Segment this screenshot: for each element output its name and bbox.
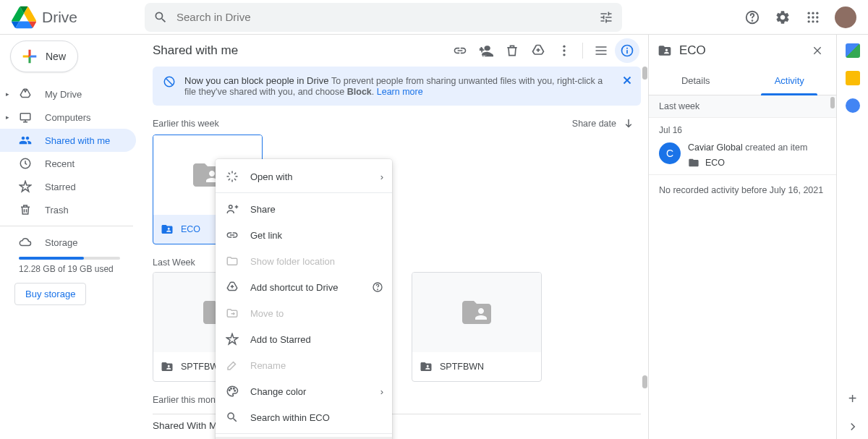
menu-get-link[interactable]: Get link bbox=[216, 222, 392, 248]
menu-add-shortcut[interactable]: Add shortcut to Drive bbox=[216, 274, 392, 300]
add-app-icon[interactable]: + bbox=[848, 391, 857, 407]
svg-point-13 bbox=[563, 46, 565, 48]
more-icon[interactable] bbox=[552, 38, 576, 63]
shared-icon bbox=[19, 134, 33, 147]
new-button[interactable]: New bbox=[10, 41, 78, 72]
search-bar[interactable] bbox=[145, 3, 622, 32]
folder-shared-glyph bbox=[454, 295, 499, 330]
expand-icon[interactable]: ▸ bbox=[6, 114, 9, 121]
drive-logo[interactable]: Drive bbox=[12, 5, 145, 30]
my-drive-icon bbox=[19, 88, 33, 101]
tune-icon[interactable] bbox=[599, 10, 613, 25]
learn-more-link[interactable]: Learn more bbox=[377, 87, 423, 97]
chevron-right-icon: › bbox=[380, 386, 383, 397]
folder-icon bbox=[688, 157, 699, 169]
svg-point-7 bbox=[816, 16, 818, 18]
settings-icon[interactable] bbox=[770, 4, 796, 30]
no-activity-text: No recorded activity before July 16, 202… bbox=[649, 174, 836, 205]
close-details-icon[interactable] bbox=[807, 41, 827, 61]
help-icon[interactable] bbox=[372, 281, 383, 293]
svg-point-28 bbox=[229, 390, 231, 391]
info-icon[interactable] bbox=[615, 38, 639, 63]
computers-icon bbox=[19, 111, 33, 124]
nav-trash[interactable]: Trash bbox=[0, 198, 136, 221]
svg-point-10 bbox=[816, 20, 818, 22]
help-icon[interactable] bbox=[739, 4, 765, 30]
star-icon bbox=[226, 333, 240, 346]
context-menu: Open with › Share Get link Show folder l… bbox=[216, 159, 392, 439]
svg-point-9 bbox=[812, 20, 814, 22]
file-sptf2[interactable]: SPTFBWN bbox=[412, 272, 542, 382]
chevron-right-icon: › bbox=[380, 171, 383, 182]
activity-avatar: C bbox=[659, 142, 681, 164]
tasks-app-icon[interactable] bbox=[846, 98, 860, 113]
expand-icon[interactable]: ▸ bbox=[6, 90, 9, 98]
svg-point-31 bbox=[234, 391, 236, 392]
cloud-icon bbox=[19, 236, 33, 249]
section-earlier-week: Earlier this week bbox=[153, 119, 572, 129]
search-input[interactable] bbox=[176, 11, 599, 23]
avatar[interactable] bbox=[835, 7, 856, 28]
svg-point-5 bbox=[808, 16, 810, 18]
tab-activity[interactable]: Activity bbox=[743, 67, 837, 95]
shared-folder-icon bbox=[658, 43, 672, 58]
shared-folder-icon bbox=[420, 360, 433, 373]
menu-show-folder: Show folder location bbox=[216, 248, 392, 274]
svg-point-4 bbox=[816, 12, 818, 14]
sort-label[interactable]: Share date bbox=[572, 119, 616, 129]
nav-recent[interactable]: Recent bbox=[0, 152, 136, 175]
link-icon bbox=[226, 229, 240, 242]
svg-point-1 bbox=[752, 20, 753, 21]
details-scrollbar[interactable] bbox=[830, 97, 835, 108]
storage-bar bbox=[19, 257, 120, 260]
banner-title: Now you can block people in Drive bbox=[184, 75, 328, 86]
palette-icon bbox=[226, 385, 240, 398]
keep-app-icon[interactable] bbox=[846, 71, 860, 85]
nav-shared-with-me[interactable]: Shared with me bbox=[0, 129, 136, 152]
add-shortcut-icon bbox=[226, 281, 240, 294]
search-icon bbox=[153, 10, 168, 25]
svg-point-27 bbox=[378, 289, 378, 290]
banner-close-icon[interactable] bbox=[621, 74, 634, 87]
menu-search-within[interactable]: Search within ECO bbox=[216, 404, 392, 430]
star-icon bbox=[19, 180, 33, 193]
move-icon bbox=[226, 307, 240, 320]
svg-point-6 bbox=[812, 16, 814, 18]
plus-icon bbox=[20, 46, 40, 67]
menu-change-color[interactable]: Change color › bbox=[216, 378, 392, 404]
apps-icon[interactable] bbox=[800, 4, 826, 30]
svg-rect-11 bbox=[20, 114, 30, 120]
menu-rename: Rename bbox=[216, 352, 392, 378]
buy-storage-button[interactable]: Buy storage bbox=[14, 283, 86, 305]
calendar-app-icon[interactable] bbox=[846, 43, 860, 58]
hide-rail-icon[interactable] bbox=[846, 420, 859, 433]
activity-item: C Caviar Global created an item ECO bbox=[649, 140, 836, 174]
activity-file-link[interactable]: ECO bbox=[688, 157, 807, 169]
menu-open-with[interactable]: Open with › bbox=[216, 163, 392, 189]
menu-add-starred[interactable]: Add to Starred bbox=[216, 326, 392, 352]
shared-folder-icon bbox=[161, 223, 174, 236]
svg-point-2 bbox=[808, 12, 810, 14]
svg-point-25 bbox=[229, 205, 233, 209]
search-icon bbox=[226, 411, 240, 424]
svg-point-14 bbox=[563, 49, 565, 51]
shared-folder-icon bbox=[161, 360, 174, 373]
share-icon[interactable] bbox=[474, 38, 498, 63]
scrollbar[interactable] bbox=[641, 67, 648, 439]
details-title: ECO bbox=[679, 43, 800, 58]
get-link-icon[interactable] bbox=[448, 38, 472, 63]
nav-computers[interactable]: ▸ Computers bbox=[0, 106, 136, 129]
nav-my-drive[interactable]: ▸ My Drive bbox=[0, 82, 136, 106]
delete-icon[interactable] bbox=[500, 38, 524, 63]
svg-line-20 bbox=[166, 79, 173, 85]
open-with-icon bbox=[226, 170, 240, 183]
menu-share[interactable]: Share bbox=[216, 196, 392, 222]
drive-logo-icon bbox=[12, 5, 36, 30]
nav-starred[interactable]: Starred bbox=[0, 175, 136, 198]
nav-storage[interactable]: Storage bbox=[0, 231, 136, 254]
svg-point-17 bbox=[626, 48, 628, 49]
list-view-icon[interactable] bbox=[589, 38, 613, 63]
sort-arrow-icon[interactable] bbox=[622, 117, 635, 130]
add-shortcut-icon[interactable] bbox=[526, 38, 550, 63]
tab-details[interactable]: Details bbox=[649, 67, 743, 95]
